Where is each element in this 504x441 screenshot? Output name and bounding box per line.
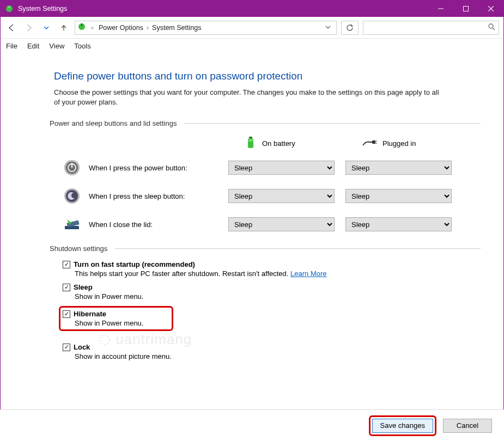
up-button[interactable] <box>57 21 70 34</box>
footer: Save changes Cancel <box>0 409 504 441</box>
recent-locations-button[interactable] <box>40 21 53 34</box>
sleep-button-plugged-select[interactable]: Sleep <box>345 189 452 203</box>
section-power-buttons-label: Power and sleep buttons and lid settings <box>50 119 481 127</box>
titlebar: System Settings <box>1 1 503 17</box>
column-plugged-in-label: Plugged in <box>382 139 416 148</box>
shutdown-sleep: ✓ Sleep Show in Power menu. <box>63 283 481 301</box>
column-on-battery-label: On battery <box>262 139 295 148</box>
fast-startup-desc: This helps start your PC faster after sh… <box>75 270 481 278</box>
shutdown-hibernate: ✓ Hibernate Show in Power menu. <box>59 306 173 331</box>
search-input[interactable] <box>363 21 499 35</box>
chevron-right-icon: › <box>147 24 149 32</box>
hibernate-title: Hibernate <box>74 310 106 318</box>
cancel-button[interactable]: Cancel <box>443 419 492 433</box>
row-close-lid-label: When I close the lid: <box>89 220 153 229</box>
column-plugged-in: Plugged in <box>345 138 452 149</box>
lid-icon <box>62 214 82 235</box>
close-lid-battery-select[interactable]: Sleep <box>228 217 335 231</box>
menu-edit[interactable]: Edit <box>27 42 39 50</box>
navbar: « Power Options › System Settings <box>1 17 503 39</box>
window-title: System Settings <box>18 5 67 13</box>
refresh-button[interactable] <box>341 21 359 35</box>
row-sleep-button: When I press the sleep button: Sleep Sle… <box>54 186 481 206</box>
page-title: Define power buttons and turn on passwor… <box>54 70 481 82</box>
sleep-button-battery-select[interactable]: Sleep <box>228 189 335 203</box>
svg-rect-22 <box>65 226 79 229</box>
fast-startup-checkbox[interactable]: ✓ <box>63 261 70 268</box>
minimize-button[interactable] <box>428 1 453 17</box>
content-area: Define power buttons and turn on passwor… <box>1 53 503 409</box>
app-icon <box>5 4 14 13</box>
shutdown-fast-startup: ✓ Turn on fast startup (recommended) Thi… <box>63 260 481 278</box>
back-button[interactable] <box>5 21 18 34</box>
row-power-button: When I press the power button: Sleep Sle… <box>54 157 481 178</box>
power-button-battery-select[interactable]: Sleep <box>228 161 335 175</box>
sleep-desc: Show in Power menu. <box>75 292 481 301</box>
plug-icon <box>362 138 377 149</box>
svg-point-1 <box>9 7 10 8</box>
learn-more-link[interactable]: Learn More <box>290 270 326 278</box>
svg-rect-7 <box>81 23 82 26</box>
battery-icon <box>245 135 257 152</box>
fast-startup-title: Turn on fast startup (recommended) <box>74 260 195 268</box>
save-changes-button[interactable]: Save changes <box>372 419 433 433</box>
svg-line-9 <box>493 28 495 30</box>
sleep-checkbox[interactable]: ✓ <box>63 284 70 291</box>
svg-rect-12 <box>248 139 253 142</box>
row-power-button-label: When I press the power button: <box>89 164 187 172</box>
power-button-plugged-select[interactable]: Sleep <box>345 161 452 175</box>
lock-checkbox[interactable]: ✓ <box>63 344 70 351</box>
address-bar[interactable]: « Power Options › System Settings <box>75 21 337 35</box>
menu-bar: File Edit View Tools <box>1 39 503 53</box>
breadcrumb-power-options[interactable]: Power Options <box>99 24 143 32</box>
hibernate-desc: Show in Power menu. <box>75 319 167 327</box>
lock-title: Lock <box>74 343 90 351</box>
breadcrumb-system-settings[interactable]: System Settings <box>152 24 201 32</box>
svg-rect-3 <box>464 7 469 11</box>
row-sleep-button-label: When I press the sleep button: <box>89 192 185 200</box>
menu-view[interactable]: View <box>49 42 64 50</box>
sleep-title: Sleep <box>74 283 93 291</box>
lock-desc: Show in account picture menu. <box>75 352 481 360</box>
search-icon <box>488 23 495 32</box>
column-on-battery: On battery <box>228 135 335 152</box>
breadcrumb-prefix: « <box>89 24 95 32</box>
close-lid-plugged-select[interactable]: Sleep <box>345 217 452 231</box>
hibernate-checkbox[interactable]: ✓ <box>63 310 70 318</box>
page-description: Choose the power settings that you want … <box>54 88 446 107</box>
row-close-lid: When I close the lid: Sleep Sleep <box>54 214 481 235</box>
sleep-button-icon <box>62 186 82 206</box>
maximize-button[interactable] <box>453 1 478 17</box>
svg-point-8 <box>489 24 493 28</box>
forward-button[interactable] <box>22 21 35 34</box>
control-panel-icon <box>77 22 86 33</box>
shutdown-lock: ✓ Lock Show in account picture menu. <box>63 343 481 360</box>
close-button[interactable] <box>478 1 503 17</box>
save-button-highlight: Save changes <box>369 415 436 436</box>
svg-rect-11 <box>249 137 252 138</box>
power-button-icon <box>62 157 82 178</box>
menu-file[interactable]: File <box>6 42 17 50</box>
address-history-dropdown[interactable] <box>322 24 334 32</box>
section-shutdown-label: Shutdown settings <box>50 244 481 253</box>
svg-rect-13 <box>372 140 375 144</box>
menu-tools[interactable]: Tools <box>74 42 90 50</box>
